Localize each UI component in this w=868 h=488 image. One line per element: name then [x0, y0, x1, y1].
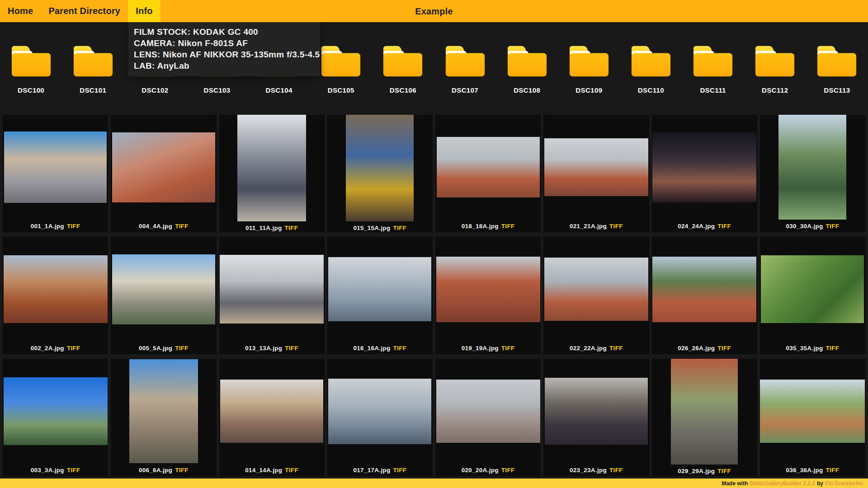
- filename-link[interactable]: 001_1A.jpg: [31, 223, 64, 230]
- tiff-link[interactable]: TIFF: [285, 345, 298, 352]
- folder-item-dsc112[interactable]: DSC112: [744, 44, 806, 94]
- folder-item-dsc108[interactable]: DSC108: [496, 44, 558, 94]
- filename-link[interactable]: 006_6A.jpg: [139, 467, 172, 474]
- filename-link[interactable]: 014_14A.jpg: [245, 467, 282, 474]
- folder-icon: [10, 44, 52, 79]
- tiff-link[interactable]: TIFF: [501, 467, 515, 474]
- tiff-link[interactable]: TIFF: [393, 225, 407, 231]
- filename-link[interactable]: 004_4A.jpg: [139, 223, 172, 230]
- photo-thumbnail[interactable]: [545, 378, 648, 445]
- folder-item-dsc110[interactable]: DSC110: [620, 44, 682, 94]
- tiff-link[interactable]: TIFF: [67, 467, 80, 474]
- photo-thumbnail[interactable]: [112, 132, 215, 202]
- gallery-cell: 017_17A.jpgTIFF: [327, 359, 433, 476]
- photo-thumbnail[interactable]: [436, 257, 540, 322]
- filename-link[interactable]: 002_2A.jpg: [31, 345, 64, 352]
- tiff-link[interactable]: TIFF: [826, 223, 840, 230]
- tiff-link[interactable]: TIFF: [501, 345, 515, 352]
- filename-link[interactable]: 026_26A.jpg: [678, 345, 715, 352]
- filename-link[interactable]: 003_3A.jpg: [31, 467, 64, 474]
- tiff-link[interactable]: TIFF: [609, 467, 623, 474]
- folder-item-dsc101[interactable]: DSC101: [62, 44, 124, 94]
- info-line-2: LENS: Nikon AF NIKKOR 35-135mm f/3.5-4.5: [134, 49, 315, 60]
- nav-item-parent-directory[interactable]: Parent Directory: [41, 0, 128, 22]
- nav-item-info[interactable]: Info: [128, 0, 160, 22]
- photo-thumbnail[interactable]: [778, 115, 846, 220]
- photo-thumbnail[interactable]: [346, 115, 414, 221]
- photo-thumbnail[interactable]: [4, 255, 108, 323]
- filename-link[interactable]: 016_16A.jpg: [353, 345, 390, 352]
- tiff-link[interactable]: TIFF: [717, 345, 731, 352]
- filename-link[interactable]: 036_36A.jpg: [786, 467, 823, 474]
- filename-link[interactable]: 022_22A.jpg: [570, 345, 607, 352]
- footer-builder-link[interactable]: StaticGalleryBuilder 2.2.3: [750, 480, 815, 487]
- gallery-cell: 001_1A.jpgTIFF: [3, 115, 108, 232]
- tiff-link[interactable]: TIFF: [67, 223, 80, 230]
- filename-link[interactable]: 024_24A.jpg: [678, 223, 715, 230]
- thumbnail-area: [760, 237, 865, 342]
- thumbnail-caption: 035_35A.jpgTIFF: [760, 342, 865, 354]
- filename-link[interactable]: 019_19A.jpg: [462, 345, 499, 352]
- folder-item-dsc107[interactable]: DSC107: [434, 44, 496, 94]
- filename-link[interactable]: 005_5A.jpg: [139, 345, 172, 352]
- photo-thumbnail[interactable]: [237, 115, 306, 221]
- tiff-link[interactable]: TIFF: [609, 345, 623, 352]
- tiff-link[interactable]: TIFF: [717, 468, 731, 474]
- filename-link[interactable]: 013_13A.jpg: [245, 345, 282, 352]
- filename-link[interactable]: 030_30A.jpg: [786, 223, 823, 230]
- filename-link[interactable]: 029_29A.jpg: [678, 468, 715, 474]
- tiff-link[interactable]: TIFF: [393, 467, 407, 474]
- tiff-link[interactable]: TIFF: [501, 223, 515, 230]
- folder-item-dsc111[interactable]: DSC111: [682, 44, 744, 94]
- tiff-link[interactable]: TIFF: [826, 467, 840, 474]
- nav-item-home[interactable]: Home: [0, 0, 41, 22]
- gallery-cell: 020_20A.jpgTIFF: [435, 359, 541, 476]
- filename-link[interactable]: 023_23A.jpg: [570, 467, 607, 474]
- tiff-link[interactable]: TIFF: [717, 223, 731, 230]
- photo-thumbnail[interactable]: [437, 137, 540, 197]
- filename-link[interactable]: 018_18A.jpg: [462, 223, 499, 230]
- filename-link[interactable]: 015_15A.jpg: [353, 225, 390, 231]
- photo-thumbnail[interactable]: [4, 131, 107, 203]
- photo-thumbnail[interactable]: [652, 257, 756, 322]
- photo-thumbnail[interactable]: [761, 255, 864, 323]
- thumbnail-area: [111, 237, 216, 342]
- tiff-link[interactable]: TIFF: [826, 345, 840, 352]
- thumbnail-area: [435, 237, 541, 342]
- filename-link[interactable]: 020_20A.jpg: [462, 467, 499, 474]
- tiff-link[interactable]: TIFF: [175, 467, 189, 474]
- photo-thumbnail[interactable]: [112, 254, 215, 324]
- photo-thumbnail[interactable]: [328, 379, 431, 444]
- tiff-link[interactable]: TIFF: [609, 223, 623, 230]
- folder-item-dsc106[interactable]: DSC106: [372, 44, 434, 94]
- photo-thumbnail[interactable]: [220, 255, 324, 324]
- folder-icon: [630, 44, 672, 79]
- photo-thumbnail[interactable]: [544, 258, 648, 321]
- photo-thumbnail[interactable]: [220, 380, 323, 443]
- folder-item-dsc109[interactable]: DSC109: [558, 44, 620, 94]
- photo-thumbnail[interactable]: [129, 359, 198, 463]
- folder-icon: [320, 44, 362, 79]
- filename-link[interactable]: 021_21A.jpg: [570, 223, 607, 230]
- tiff-link[interactable]: TIFF: [285, 225, 298, 231]
- photo-thumbnail[interactable]: [760, 380, 865, 443]
- filename-link[interactable]: 011_11A.jpg: [245, 225, 282, 231]
- tiff-link[interactable]: TIFF: [285, 467, 298, 474]
- footer-author-link[interactable]: Flo Greistorfer.: [825, 480, 864, 487]
- photo-thumbnail[interactable]: [328, 257, 431, 321]
- folder-item-dsc100[interactable]: DSC100: [0, 44, 62, 94]
- photo-thumbnail[interactable]: [671, 359, 738, 465]
- tiff-link[interactable]: TIFF: [175, 223, 189, 230]
- photo-thumbnail[interactable]: [544, 138, 648, 196]
- photo-thumbnail[interactable]: [652, 132, 756, 202]
- footer: Made with StaticGalleryBuilder 2.2.3 by …: [0, 479, 868, 488]
- folder-item-dsc113[interactable]: DSC113: [806, 44, 868, 94]
- thumbnail-area: [3, 115, 108, 220]
- tiff-link[interactable]: TIFF: [67, 345, 80, 352]
- tiff-link[interactable]: TIFF: [393, 345, 407, 352]
- tiff-link[interactable]: TIFF: [175, 345, 189, 352]
- photo-thumbnail[interactable]: [436, 380, 540, 443]
- filename-link[interactable]: 017_17A.jpg: [353, 467, 390, 474]
- filename-link[interactable]: 035_35A.jpg: [786, 345, 823, 352]
- photo-thumbnail[interactable]: [4, 377, 108, 445]
